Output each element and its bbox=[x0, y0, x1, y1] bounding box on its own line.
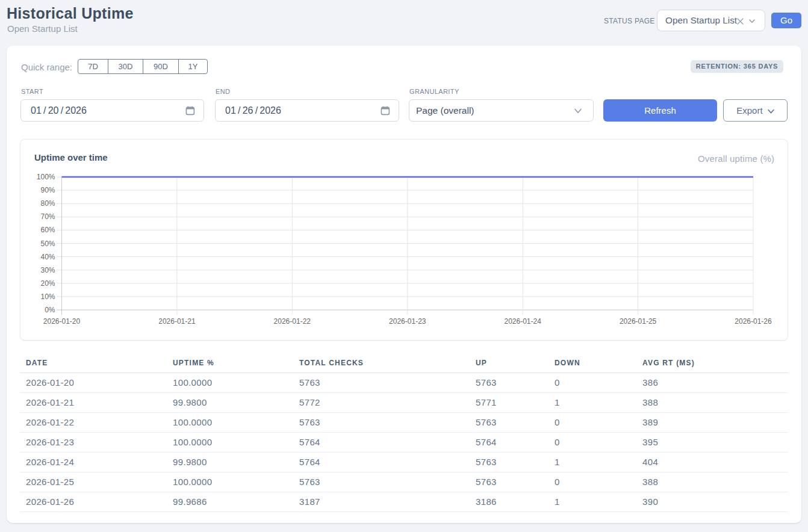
svg-text:50%: 50% bbox=[40, 240, 55, 248]
svg-text:100%: 100% bbox=[37, 173, 55, 181]
svg-text:0%: 0% bbox=[45, 306, 55, 314]
svg-text:2026-01-20: 2026-01-20 bbox=[43, 317, 81, 326]
svg-text:2026-01-23: 2026-01-23 bbox=[389, 317, 426, 326]
svg-text:2026-01-22: 2026-01-22 bbox=[274, 317, 311, 326]
svg-text:30%: 30% bbox=[40, 266, 55, 274]
svg-text:70%: 70% bbox=[40, 212, 55, 221]
svg-text:2026-01-26: 2026-01-26 bbox=[735, 317, 772, 326]
svg-text:2026-01-25: 2026-01-25 bbox=[620, 317, 657, 326]
svg-text:10%: 10% bbox=[40, 292, 55, 301]
svg-text:2026-01-24: 2026-01-24 bbox=[505, 317, 542, 326]
svg-text:20%: 20% bbox=[40, 279, 55, 288]
svg-text:80%: 80% bbox=[40, 199, 55, 208]
svg-text:60%: 60% bbox=[40, 226, 55, 234]
svg-text:40%: 40% bbox=[40, 253, 55, 261]
svg-text:90%: 90% bbox=[40, 186, 55, 194]
svg-text:2026-01-21: 2026-01-21 bbox=[158, 317, 196, 326]
